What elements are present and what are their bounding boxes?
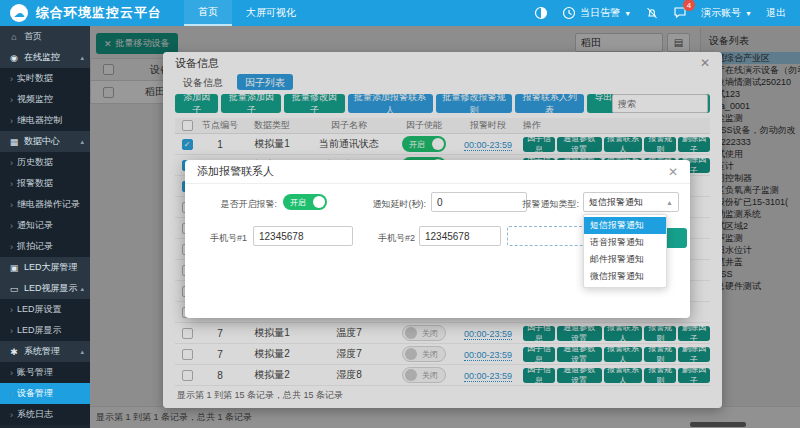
sidebar-item-视频监控[interactable]: ›视频监控: [0, 89, 90, 110]
sidebar-item-label: 账号管理: [17, 366, 53, 379]
sidebar-item-label: 首页: [24, 30, 42, 43]
sidebar-item-系统管理[interactable]: ✱系统管理▴: [0, 341, 90, 362]
chevron-right-icon: ›: [10, 221, 13, 231]
notify-delay-label: 通知延时(秒):: [350, 198, 426, 211]
enable-alarm-label: 是否开启报警:: [197, 198, 277, 211]
data-icon: ▦: [8, 137, 20, 147]
sidebar-item-历史数据[interactable]: ›历史数据: [0, 152, 90, 173]
sidebar-item-LED大屏管理[interactable]: ▣LED大屏管理: [0, 257, 90, 278]
sidebar-item-LED屏设置[interactable]: ›LED屏设置: [0, 299, 90, 320]
sidebar-item-设备管理[interactable]: ›设备管理: [0, 383, 90, 404]
dropdown-option-邮件报警通知[interactable]: 邮件报警通知: [584, 251, 666, 268]
toggle-knob: [313, 196, 325, 208]
sidebar-item-首页[interactable]: ⌂首页: [0, 26, 90, 47]
sidebar-item-label: LED大屏管理: [24, 261, 78, 274]
chevron-right-icon: ›: [10, 242, 13, 252]
sidebar-item-label: LED屏显示: [17, 324, 62, 337]
toggle-label: 开启: [290, 197, 306, 208]
sidebar-item-抓拍记录[interactable]: ›抓拍记录: [0, 236, 90, 257]
daily-alarm-menu[interactable]: 当日告警 ▼: [562, 6, 631, 20]
sidebar-item-label: 通知记录: [17, 219, 53, 232]
sidebar-item-数据中心[interactable]: ▦数据中心▴: [0, 131, 90, 152]
chevron-down-icon: ▼: [745, 10, 752, 17]
chevron-right-icon: ›: [10, 368, 13, 378]
sidebar-item-通知记录[interactable]: ›通知记录: [0, 215, 90, 236]
sidebar-item-label: 系统管理: [24, 345, 60, 358]
chevron-right-icon: ›: [10, 179, 13, 189]
sidebar-item-实时数据[interactable]: ›实时数据: [0, 68, 90, 89]
led-icon: ▣: [8, 263, 20, 273]
chevron-up-icon: ▴: [80, 138, 84, 146]
logout-button[interactable]: 退出: [766, 6, 786, 20]
nav-menu: 首页大屏可视化: [184, 0, 310, 26]
chevron-right-icon: ›: [10, 95, 13, 105]
sidebar-item-LED视屏显示[interactable]: ▭LED视屏显示▴: [0, 278, 90, 299]
sidebar-item-报警数据[interactable]: ›报警数据: [0, 173, 90, 194]
sidebar-item-LED屏显示[interactable]: ›LED屏显示: [0, 320, 90, 341]
phone2-input[interactable]: [419, 226, 501, 246]
chevron-right-icon: ›: [10, 326, 13, 336]
home-icon: ⌂: [8, 32, 20, 42]
sidebar-item-label: 报警数据: [17, 177, 53, 190]
sidebar-item-账号管理[interactable]: ›账号管理: [0, 362, 90, 383]
sidebar-item-label: 历史数据: [17, 156, 53, 169]
account-menu[interactable]: 演示账号 ▼: [701, 6, 752, 20]
chevron-up-icon: ▴: [80, 54, 84, 62]
app-title: 综合环境监控云平台: [36, 4, 162, 22]
sidebar-item-继电器控制[interactable]: ›继电器控制: [0, 110, 90, 131]
enable-alarm-toggle[interactable]: 开启: [283, 194, 327, 210]
sidebar-item-系统日志[interactable]: ›系统日志: [0, 404, 90, 425]
chevron-right-icon: ›: [10, 74, 13, 84]
chevron-right-icon: ›: [10, 116, 13, 126]
chevron-right-icon: ›: [10, 200, 13, 210]
alarm-clock-icon: [562, 6, 576, 20]
chevron-right-icon: ›: [10, 305, 13, 315]
chevron-up-icon: ▴: [80, 285, 84, 293]
alarm-type-value: 短信报警通知: [589, 196, 643, 209]
messages-menu[interactable]: 4: [673, 5, 687, 21]
nav-item-首页[interactable]: 首页: [184, 0, 232, 26]
dropdown-option-短信报警通知[interactable]: 短信报警通知: [584, 217, 666, 234]
chevron-up-icon: ▴: [80, 348, 84, 356]
dropdown-option-微信报警通知[interactable]: 微信报警通知: [584, 268, 666, 285]
alarm-type-dropdown: 短信报警通知语音报警通知邮件报警通知微信报警通知: [583, 214, 667, 288]
phone1-input[interactable]: [253, 226, 353, 246]
chevron-up-icon: ▲: [666, 199, 673, 206]
alarm-type-label: 报警通知类型:: [519, 198, 579, 211]
sidebar-item-label: 设备管理: [17, 387, 53, 400]
monitor-icon: ◉: [8, 53, 20, 63]
chevron-right-icon: ›: [10, 389, 13, 399]
contact-modal-header: 添加报警联系人 ✕: [185, 160, 690, 184]
notify-delay-input[interactable]: [431, 192, 527, 212]
nav-item-大屏可视化[interactable]: 大屏可视化: [232, 0, 310, 26]
chevron-right-icon: ›: [10, 410, 13, 420]
dropdown-option-语音报警通知[interactable]: 语音报警通知: [584, 234, 666, 251]
contact-name-input[interactable]: [507, 226, 587, 246]
sidebar-item-label: 实时数据: [17, 72, 53, 85]
sidebar-item-label: LED视屏显示: [24, 282, 78, 295]
chevron-down-icon: ▼: [624, 10, 631, 17]
phone2-label: 手机号#2: [369, 232, 415, 245]
sidebar-item-在线监控[interactable]: ◉在线监控▴: [0, 47, 90, 68]
sidebar-item-label: 在线监控: [24, 51, 60, 64]
sidebar-item-label: 数据中心: [24, 135, 60, 148]
sidebar-item-label: 抓拍记录: [17, 240, 53, 253]
contact-modal-title: 添加报警联系人: [197, 164, 274, 179]
close-icon[interactable]: ✕: [668, 166, 678, 178]
gear-icon: ✱: [8, 347, 20, 357]
theme-icon[interactable]: [534, 6, 548, 20]
app-logo: ☁ 综合环境监控云平台: [0, 4, 162, 22]
alarm-type-select[interactable]: 短信报警通知 ▲: [583, 192, 679, 212]
sidebar-item-label: 继电器操作记录: [17, 198, 80, 211]
cloud-logo-icon: ☁: [10, 4, 28, 22]
sidebar-item-继电器操作记录[interactable]: ›继电器操作记录: [0, 194, 90, 215]
sidebar-nav: ⌂首页◉在线监控▴›实时数据›视频监控›继电器控制▦数据中心▴›历史数据›报警数…: [0, 26, 90, 428]
bell-mute-icon[interactable]: [645, 6, 659, 20]
account-label: 演示账号: [701, 6, 741, 20]
add-alarm-contact-modal: 添加报警联系人 ✕ 是否开启报警: 开启 通知延时(秒): 报警通知类型: 短信…: [185, 160, 690, 318]
navbar-right: 当日告警 ▼ 4 演示账号 ▼ 退出: [534, 5, 800, 21]
sidebar-item-label: 继电器控制: [17, 114, 62, 127]
phone1-label: 手机号#1: [197, 232, 247, 245]
message-count-badge: 4: [683, 0, 695, 11]
chevron-right-icon: ›: [10, 158, 13, 168]
